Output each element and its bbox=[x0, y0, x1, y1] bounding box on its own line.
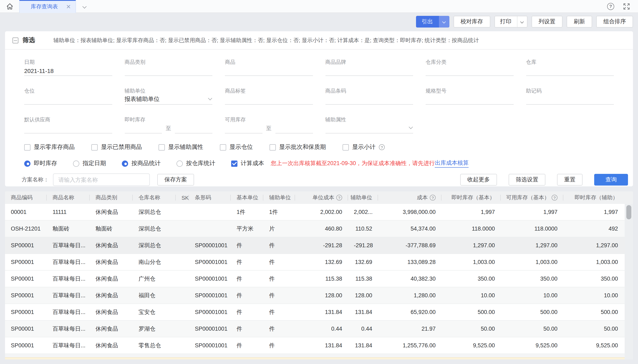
combined-sort-button[interactable]: 组合排序 bbox=[596, 16, 633, 28]
column-header-label: 可用库存（基本） bbox=[506, 194, 549, 202]
display-option-checkbox[interactable]: 显示辅助属性 bbox=[159, 144, 203, 151]
scheme-name-input[interactable] bbox=[53, 174, 150, 186]
filter-panel: 筛选 辅助单位：报表辅助单位; 显示零库存商品：否; 显示已禁用商品：否; 显示… bbox=[5, 31, 633, 186]
filter-title: 筛选 bbox=[23, 36, 35, 44]
checkbox-icon[interactable] bbox=[159, 144, 165, 150]
column-header: 可用库存（基本）? bbox=[501, 192, 563, 204]
table-cell: SP00001001 bbox=[189, 326, 231, 332]
refresh-button[interactable]: 刷新 bbox=[567, 16, 592, 28]
column-header-label: 商品编码 bbox=[11, 194, 33, 202]
checkbox-icon[interactable] bbox=[269, 144, 276, 150]
field-input[interactable] bbox=[526, 66, 614, 76]
help-icon[interactable]: ? bbox=[430, 195, 436, 200]
home-button[interactable] bbox=[0, 0, 19, 12]
display-options-row: 显示零库存商品显示已禁用商品显示辅助属性显示仓位显示批次和保质期显示小计? bbox=[24, 144, 633, 151]
field-input[interactable] bbox=[426, 66, 513, 76]
field-input[interactable] bbox=[526, 95, 614, 105]
table-row[interactable]: SP00001百草味每日...休闲食品福田仓SP00001001件件128.00… bbox=[5, 287, 633, 304]
table-row[interactable]: SP00001百草味每日...休闲食品深圳总仓SP00001001件件-291.… bbox=[5, 237, 633, 254]
query-type-radio[interactable]: 按商品统计 bbox=[122, 160, 161, 167]
table-cell: 休闲食品 bbox=[90, 292, 133, 299]
checkbox-icon[interactable] bbox=[91, 144, 98, 150]
table-cell: 深圳总仓 bbox=[133, 225, 176, 232]
table-cell: OSH-21201 bbox=[5, 226, 47, 232]
field-input[interactable] bbox=[325, 124, 413, 134]
help-icon[interactable]: ? bbox=[552, 195, 557, 200]
query-type-radio[interactable]: 指定日期 bbox=[73, 160, 106, 167]
filter-settings-button[interactable]: 筛选设置 bbox=[509, 174, 545, 186]
table-row[interactable]: OSH-21201釉面砖釉面砖深圳总仓平方米片460.80110.5254,37… bbox=[5, 220, 633, 237]
filter-field: 可用库存至 bbox=[225, 116, 313, 134]
cost-accounting-link[interactable]: 出库成本核算 bbox=[435, 159, 469, 168]
help-icon[interactable]: ? bbox=[607, 3, 614, 10]
export-dropdown-button[interactable] bbox=[439, 16, 449, 28]
table-row[interactable]: SP00001百草味每日...休闲食品宝安仓SP00001001件件131.84… bbox=[5, 304, 633, 321]
help-icon[interactable]: ? bbox=[379, 144, 385, 150]
fullscreen-icon[interactable] bbox=[623, 3, 630, 10]
radio-icon[interactable] bbox=[122, 160, 128, 166]
query-type-radio[interactable]: 即时库存 bbox=[24, 160, 57, 167]
table-cell: 休闲食品 bbox=[90, 258, 133, 266]
checkbox-icon[interactable] bbox=[343, 144, 349, 150]
print-dropdown-button[interactable] bbox=[517, 16, 527, 27]
vertical-scrollbar-track[interactable] bbox=[625, 204, 633, 360]
display-option-checkbox[interactable]: 显示仓位 bbox=[220, 144, 253, 151]
collapse-more-button[interactable]: 收起更多 bbox=[460, 174, 497, 186]
field-input[interactable] bbox=[125, 66, 212, 76]
radio-icon[interactable] bbox=[73, 160, 79, 166]
tab-inventory-query[interactable]: 库存查询表 ✕ bbox=[19, 0, 76, 13]
range-from-input[interactable] bbox=[225, 124, 262, 134]
compute-cost-checkbox[interactable]: 计算成本 bbox=[231, 160, 264, 167]
collapse-icon[interactable] bbox=[13, 37, 18, 43]
field-input[interactable]: 报表辅助单位 bbox=[125, 95, 212, 105]
table-row[interactable]: SP00001百草味每日...休闲食品零售总仓SP00001001件件131.8… bbox=[5, 337, 633, 354]
radio-icon[interactable] bbox=[176, 160, 183, 166]
inventory-table: 商品编码商品名称商品类别仓库名称SK条形码基本单位辅助单位单位成本?辅助单位成本… bbox=[5, 192, 633, 360]
tab-list-chevron-icon[interactable] bbox=[83, 5, 86, 8]
field-input[interactable] bbox=[325, 66, 413, 76]
display-option-checkbox[interactable]: 显示小计? bbox=[343, 144, 385, 151]
field-input[interactable] bbox=[426, 95, 513, 105]
tab-close-icon[interactable]: ✕ bbox=[65, 4, 72, 10]
chevron-down-icon[interactable] bbox=[209, 94, 212, 101]
field-input[interactable] bbox=[325, 95, 413, 105]
table-cell: SP00001 bbox=[5, 259, 47, 265]
display-option-checkbox[interactable]: 显示批次和保质期 bbox=[269, 144, 326, 151]
chevron-down-icon[interactable] bbox=[409, 122, 412, 130]
checkbox-icon[interactable] bbox=[231, 160, 237, 166]
save-scheme-button[interactable]: 保存方案 bbox=[157, 174, 194, 186]
field-input[interactable] bbox=[24, 124, 112, 134]
checkbox-icon[interactable] bbox=[220, 144, 226, 150]
query-button[interactable]: 查询 bbox=[594, 174, 628, 186]
field-input[interactable]: 2021-11-18 bbox=[24, 66, 112, 76]
vertical-scrollbar-thumb[interactable] bbox=[626, 205, 631, 219]
display-option-checkbox[interactable]: 显示零库存商品 bbox=[24, 144, 75, 151]
table-row[interactable]: SP00001百草味每日...休闲食品罗湖仓SP00001001件件0.440.… bbox=[5, 321, 633, 337]
print-button[interactable]: 打印 bbox=[495, 16, 517, 27]
radio-icon[interactable] bbox=[24, 160, 31, 166]
table-cell: 深圳总仓 bbox=[133, 242, 176, 249]
range-to-input[interactable] bbox=[175, 124, 213, 134]
export-button[interactable]: 引出 bbox=[416, 16, 439, 28]
query-type-radio[interactable]: 按仓库统计 bbox=[176, 160, 215, 167]
checkbox-icon[interactable] bbox=[24, 144, 31, 150]
reset-button[interactable]: 重置 bbox=[557, 174, 582, 186]
table-row[interactable]: SP00001百草味每日...休闲食品南山分仓SP00001001件件132.6… bbox=[5, 254, 633, 270]
field-label: 商品类别 bbox=[125, 59, 212, 66]
table-row[interactable]: SP00001百草味每日...休闲食品广州仓SP00001001件件115.38… bbox=[5, 270, 633, 287]
table-cell: 釉面砖 bbox=[90, 225, 133, 232]
help-icon[interactable]: ? bbox=[336, 195, 342, 200]
filter-field-grid: 日期2021-11-18商品类别商品商品品牌仓库分类仓库仓位辅助单位报表辅助单位… bbox=[5, 50, 633, 134]
table-row[interactable]: 0000111111休闲食品深圳总仓1件1件2,002.002,002...3,… bbox=[5, 204, 633, 220]
field-input[interactable] bbox=[24, 95, 112, 105]
range-from-input[interactable] bbox=[125, 124, 162, 134]
toolbar: 引出 校对库存 打印 列设置 刷新 组合排序 bbox=[0, 13, 638, 30]
table-cell: 百草味每日... bbox=[47, 325, 90, 332]
display-option-checkbox[interactable]: 显示已禁用商品 bbox=[91, 144, 142, 151]
field-input[interactable] bbox=[225, 66, 313, 76]
range-to-input[interactable] bbox=[275, 124, 313, 134]
verify-stock-button[interactable]: 校对库存 bbox=[453, 16, 490, 28]
column-settings-button[interactable]: 列设置 bbox=[531, 16, 562, 28]
field-label: 助记码 bbox=[526, 88, 614, 95]
field-input[interactable] bbox=[225, 95, 313, 105]
